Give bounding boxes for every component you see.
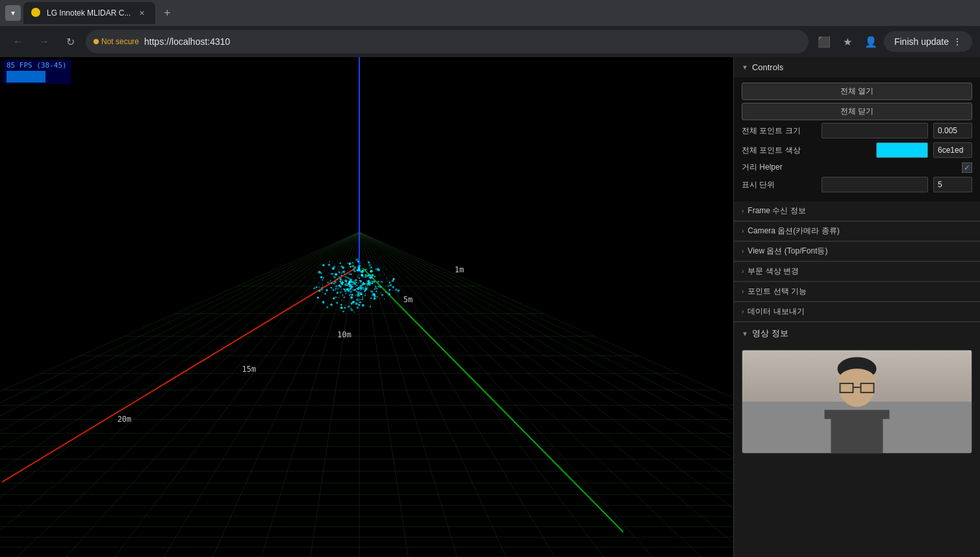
controls-section-header[interactable]: ▼ Controls xyxy=(734,57,980,77)
fps-bar xyxy=(6,71,45,83)
point-select-chevron: › xyxy=(742,288,744,295)
tab-switcher-btn[interactable]: ▾ xyxy=(5,5,21,21)
point-color-label: 전체 포인트 색상 xyxy=(742,145,871,156)
person-canvas xyxy=(742,350,972,453)
cast-btn[interactable]: ⬛ xyxy=(814,31,835,52)
display-unit-input[interactable] xyxy=(822,177,928,192)
finish-update-menu-icon: ⋮ xyxy=(953,36,962,47)
point-size-row: 전체 포인트 크기 0.005 xyxy=(742,123,972,138)
address-bar[interactable]: Not secure https://localhost:4310 xyxy=(86,30,809,53)
distance-helper-row: 거리 Helper ✓ xyxy=(742,162,972,173)
tab-bar: ▾ LG Innotek MLIDAR C... ✕ + xyxy=(0,0,980,26)
toolbar: ← → ↻ Not secure https://localhost:4310 … xyxy=(0,26,980,57)
right-panel: ▼ Controls 전체 열기 전체 닫기 전체 포인트 크기 0.005 전… xyxy=(733,57,980,557)
camera-section: › Camera 옵션(카메라 종류) xyxy=(734,222,980,242)
grid-canvas xyxy=(0,57,733,557)
tab-favicon xyxy=(31,8,42,18)
reload-btn[interactable]: ↻ xyxy=(60,31,81,52)
video-feed xyxy=(742,350,972,454)
frame-section: › Frame 수신 정보 xyxy=(734,201,980,222)
main-content: 85 FPS (38-45) 1m5m10m15m20m ▼ Controls … xyxy=(0,57,980,557)
color-hex-label: 6ce1ed xyxy=(933,142,972,158)
active-tab[interactable]: LG Innotek MLIDAR C... ✕ xyxy=(23,2,155,24)
color-chevron: › xyxy=(742,268,744,275)
point-size-input[interactable] xyxy=(822,123,928,138)
tab-close-btn[interactable]: ✕ xyxy=(136,7,147,19)
close-all-btn[interactable]: 전체 닫기 xyxy=(742,103,972,120)
controls-chevron: ▼ xyxy=(742,64,748,71)
browser-chrome: ▾ LG Innotek MLIDAR C... ✕ + ← → ↻ Not s… xyxy=(0,0,980,57)
display-unit-row: 표시 단위 5 xyxy=(742,177,972,192)
tab-title: LG Innotek MLIDAR C... xyxy=(47,8,131,18)
new-tab-btn[interactable]: + xyxy=(158,4,176,22)
point-color-row: 전체 포인트 색상 6ce1ed xyxy=(742,142,972,158)
video-chevron: ▼ xyxy=(742,330,748,337)
bookmark-btn[interactable]: ★ xyxy=(837,31,858,52)
export-row[interactable]: › 데이터 내보내기 xyxy=(734,302,980,322)
export-chevron: › xyxy=(742,308,744,315)
view-options-row[interactable]: › View 옵션 (Top/Font등) xyxy=(734,242,980,261)
view-section: › View 옵션 (Top/Font등) xyxy=(734,242,980,262)
display-unit-label: 표시 단위 xyxy=(742,179,816,190)
export-section: › 데이터 내보내기 xyxy=(734,302,980,322)
point-select-section: › 포인트 선택 기능 xyxy=(734,282,980,302)
color-section: › 부문 색상 변경 xyxy=(734,262,980,282)
video-section-header[interactable]: ▼ 영상 정보 xyxy=(734,322,980,344)
controls-section-content: 전체 열기 전체 닫기 전체 포인트 크기 0.005 전체 포인트 색상 6c… xyxy=(734,77,980,201)
color-swatch[interactable] xyxy=(876,142,928,158)
finish-update-btn[interactable]: Finish update ⋮ xyxy=(884,31,972,52)
display-unit-value: 5 xyxy=(933,177,972,192)
back-btn[interactable]: ← xyxy=(8,31,29,52)
frame-chevron: › xyxy=(742,207,744,214)
distance-helper-label: 거리 Helper xyxy=(742,162,957,173)
not-secure-dot xyxy=(94,39,99,44)
distance-helper-checkbox[interactable]: ✓ xyxy=(962,162,972,173)
url-text: https://localhost:4310 xyxy=(144,36,230,47)
security-indicator: Not secure xyxy=(94,37,139,46)
fps-counter: 85 FPS (38-45) xyxy=(3,60,71,84)
point-size-label: 전체 포인트 크기 xyxy=(742,125,816,136)
video-preview xyxy=(742,350,972,453)
toolbar-actions: ⬛ ★ 👤 Finish update ⋮ xyxy=(814,31,972,52)
frame-info-row[interactable]: › Frame 수신 정보 xyxy=(734,201,980,221)
color-change-row[interactable]: › 부문 색상 변경 xyxy=(734,262,980,281)
open-all-btn[interactable]: 전체 열기 xyxy=(742,83,972,100)
profile-btn[interactable]: 👤 xyxy=(861,31,881,52)
camera-options-row[interactable]: › Camera 옵션(카메라 종류) xyxy=(734,222,980,241)
camera-chevron: › xyxy=(742,227,744,235)
point-size-value: 0.005 xyxy=(933,123,972,138)
point-select-row[interactable]: › 포인트 선택 기능 xyxy=(734,282,980,302)
forward-btn[interactable]: → xyxy=(34,31,55,52)
view-chevron: › xyxy=(742,248,744,255)
3d-viewer[interactable]: 85 FPS (38-45) 1m5m10m15m20m xyxy=(0,57,733,557)
